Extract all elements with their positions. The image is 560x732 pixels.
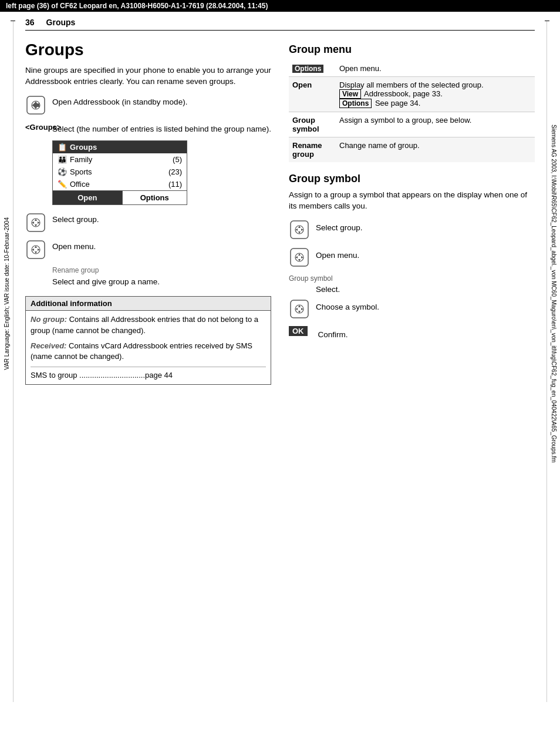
right-column: Group menu Options Open menu. Open — [289, 41, 535, 385]
phone-screen: 📋 Groups 👪 Family (5) ⚽ Sports — [52, 140, 187, 205]
info-box: Additional information No group: Contain… — [25, 296, 271, 385]
nav-icon-4 — [25, 239, 46, 260]
gs-instr-text-1: Select group. — [316, 219, 363, 234]
phone-open-button[interactable]: Open — [53, 191, 122, 204]
info-key-received: Received: — [31, 341, 66, 350]
phone-screen-footer: Open Options — [53, 190, 187, 204]
intro-text: Nine groups are specified in your phone … — [25, 65, 271, 88]
menu-key-open: Open — [289, 77, 336, 112]
menu-key-options: Options — [289, 61, 336, 77]
header-text: left page (36) of CF62 Leopard en, A3100… — [6, 2, 268, 10]
info-entry-received: Received: Contains vCard Addressbook ent… — [31, 341, 266, 362]
tick-left — [11, 21, 15, 21]
groups-tag: <Groups> — [25, 122, 46, 132]
gs-instr-text-5: Confirm. — [318, 326, 348, 341]
info-entry-nogroup: No group: Contains all Addressbook entri… — [31, 314, 266, 335]
menu-row-group-symbol: Groupsymbol Assign a symbol to a group, … — [289, 112, 535, 137]
main-content: 36 Groups Groups Nine groups are specifi… — [16, 12, 544, 391]
menu-key-rename-group: Renamegroup — [289, 137, 336, 163]
gs-nav-icon-4 — [289, 298, 310, 321]
gs-instr-text-2: Open menu. — [316, 247, 359, 261]
menu-value-options: Open menu. — [336, 61, 535, 77]
menu-row-options: Options Open menu. — [289, 61, 535, 77]
gs-label: Group symbol — [289, 274, 535, 283]
instr-text-4: Open menu. — [52, 239, 96, 253]
nav-icon-3 — [25, 212, 46, 233]
instr-text-1: Open Addressbook (in standby mode). — [52, 95, 187, 108]
menu-key-group-symbol: Groupsymbol — [289, 112, 336, 137]
instr-text-2: Select (the number of entries is listed … — [52, 122, 271, 135]
page-header: 36 Groups — [25, 18, 535, 31]
gs-instr-text-3: Select. — [316, 285, 535, 294]
svg-rect-20 — [291, 221, 308, 239]
page-number: 36 — [25, 18, 35, 27]
gs-instr-row-4: Choose a symbol. — [289, 298, 535, 321]
svg-rect-32 — [291, 300, 308, 318]
info-key-nogroup: No group: — [31, 315, 67, 324]
group-symbol-heading: Group symbol — [289, 173, 535, 185]
nav-icon-1 — [25, 95, 46, 116]
instr-row-3: Select group. — [25, 212, 271, 233]
phone-row-office: ✏️ Office (11) — [53, 178, 187, 190]
rename-label: Rename group — [52, 266, 271, 274]
page-title-header: Groups — [46, 18, 76, 27]
instr-row-1: Open Addressbook (in standby mode). — [25, 95, 271, 116]
info-box-header: Additional information — [26, 297, 271, 311]
vline-left — [13, 21, 14, 702]
group-menu-heading: Group menu — [289, 43, 535, 56]
menu-value-group-symbol: Assign a symbol to a group, see below. — [336, 112, 535, 137]
instr-text-3: Select group. — [52, 212, 99, 226]
phone-row-family: 👪 Family (5) — [53, 153, 187, 166]
phone-options-button[interactable]: Options — [122, 191, 187, 204]
two-col-layout: Groups Nine groups are specified in your… — [25, 41, 535, 385]
gs-instr-text-4: Choose a symbol. — [316, 298, 379, 313]
gs-nav-icon-2 — [289, 247, 310, 270]
info-box-body: No group: Contains all Addressbook entri… — [26, 311, 271, 384]
rename-text: Select and give group a name. — [52, 277, 271, 288]
phone-row-sports: ⚽ Sports (23) — [53, 166, 187, 178]
gs-instr-row-1: Select group. — [289, 219, 535, 242]
section-heading-groups: Groups — [25, 41, 271, 59]
menu-row-rename-group: Renamegroup Change name of group. — [289, 137, 535, 163]
left-column: Groups Nine groups are specified in your… — [25, 41, 271, 385]
group-symbol-intro: Assign to a group a symbol that appears … — [289, 190, 535, 212]
menu-row-open: Open Display all members of the selected… — [289, 77, 535, 112]
info-entry-sms: SMS to group ...........................… — [31, 367, 266, 381]
gs-instr-row-2: Open menu. — [289, 247, 535, 270]
tick-right — [545, 21, 549, 21]
svg-rect-26 — [291, 249, 308, 266]
svg-rect-8 — [27, 214, 45, 231]
side-label-left: VAR Language: English; VAR issue date: 1… — [0, 29, 13, 558]
view-badge: View — [339, 89, 361, 99]
ok-badge: OK — [289, 326, 308, 336]
side-label-right: Siemens AG 2003, I:\Mobil\R65\CF62_Leopa… — [547, 29, 560, 558]
menu-value-rename-group: Change name of group. — [336, 137, 535, 163]
top-header: left page (36) of CF62 Leopard en, A3100… — [0, 0, 560, 12]
instr-row-4: Open menu. — [25, 239, 271, 260]
options-badge: Options — [292, 65, 323, 73]
gs-instr-row-5: OK Confirm. — [289, 326, 535, 341]
group-menu-table: Options Open menu. Open Display all memb… — [289, 61, 535, 162]
svg-rect-14 — [27, 241, 45, 258]
options-badge-open: Options — [339, 99, 372, 108]
menu-value-open: Display all members of the selected grou… — [336, 77, 535, 112]
phone-screen-header: 📋 Groups — [53, 141, 187, 153]
gs-nav-icon-1 — [289, 219, 310, 242]
instr-row-2: <Groups> Select (the number of entries i… — [25, 122, 271, 135]
